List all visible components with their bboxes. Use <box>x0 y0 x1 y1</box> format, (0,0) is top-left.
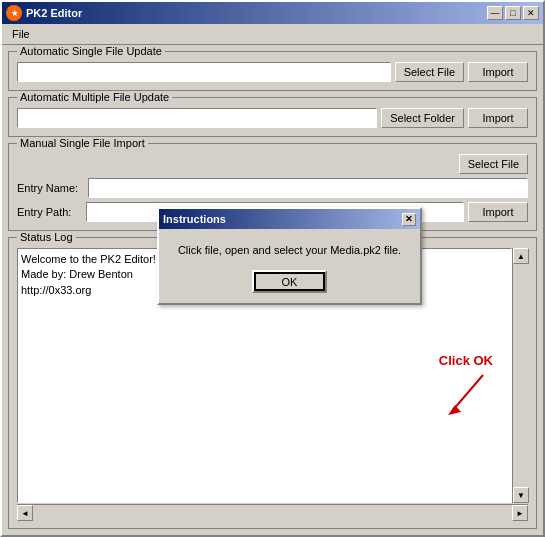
auto-single-row: Select File Import <box>17 62 528 82</box>
auto-single-panel: Automatic Single File Update Select File… <box>8 51 537 91</box>
entry-path-label: Entry Path: <box>17 206 82 218</box>
auto-single-input[interactable] <box>17 62 391 82</box>
manual-select-file-row: Select File <box>17 154 528 174</box>
horizontal-scrollbar: ◄ ► <box>17 504 528 520</box>
auto-multiple-row: Select Folder Import <box>17 108 528 128</box>
dialog-message: Click file, open and select your Media.p… <box>175 243 404 258</box>
status-log-label: Status Log <box>17 231 76 243</box>
title-bar: ★ PK2 Editor — □ ✕ <box>2 2 543 24</box>
close-button[interactable]: ✕ <box>523 6 539 20</box>
app-icon: ★ <box>6 5 22 21</box>
maximize-button[interactable]: □ <box>505 6 521 20</box>
manual-select-file-button[interactable]: Select File <box>459 154 528 174</box>
auto-multiple-label: Automatic Multiple File Update <box>17 91 172 103</box>
auto-multiple-select-folder-button[interactable]: Select Folder <box>381 108 464 128</box>
dialog-close-button[interactable]: ✕ <box>402 213 416 226</box>
dialog-ok-button[interactable]: OK <box>252 270 327 293</box>
auto-multiple-input[interactable] <box>17 108 377 128</box>
scroll-up-button[interactable]: ▲ <box>513 248 529 264</box>
entry-name-label: Entry Name: <box>17 182 82 194</box>
window-title: PK2 Editor <box>26 7 82 19</box>
scroll-track <box>513 264 528 487</box>
entry-name-input[interactable] <box>88 178 528 198</box>
auto-multiple-panel: Automatic Multiple File Update Select Fo… <box>8 97 537 137</box>
vertical-scrollbar: ▲ ▼ <box>512 248 528 503</box>
scroll-right-button[interactable]: ► <box>512 505 528 521</box>
dialog-body: Click file, open and select your Media.p… <box>159 229 420 303</box>
minimize-button[interactable]: — <box>487 6 503 20</box>
auto-multiple-import-button[interactable]: Import <box>468 108 528 128</box>
menu-bar: File <box>2 24 543 45</box>
instructions-dialog: Instructions ✕ Click file, open and sele… <box>157 207 422 305</box>
main-window: ★ PK2 Editor — □ ✕ File Automatic Single… <box>0 0 545 537</box>
h-scroll-track <box>33 505 512 520</box>
manual-import-button[interactable]: Import <box>468 202 528 222</box>
auto-single-label: Automatic Single File Update <box>17 45 165 57</box>
menu-file[interactable]: File <box>6 26 36 42</box>
title-bar-left: ★ PK2 Editor <box>6 5 82 21</box>
scroll-down-button[interactable]: ▼ <box>513 487 529 503</box>
scroll-left-button[interactable]: ◄ <box>17 505 33 521</box>
dialog-title-bar: Instructions ✕ <box>159 209 420 229</box>
dialog-title-text: Instructions <box>163 213 226 225</box>
auto-single-import-button[interactable]: Import <box>468 62 528 82</box>
auto-single-select-file-button[interactable]: Select File <box>395 62 464 82</box>
entry-name-row: Entry Name: <box>17 178 528 198</box>
title-buttons: — □ ✕ <box>487 6 539 20</box>
manual-single-label: Manual Single File Import <box>17 137 148 149</box>
